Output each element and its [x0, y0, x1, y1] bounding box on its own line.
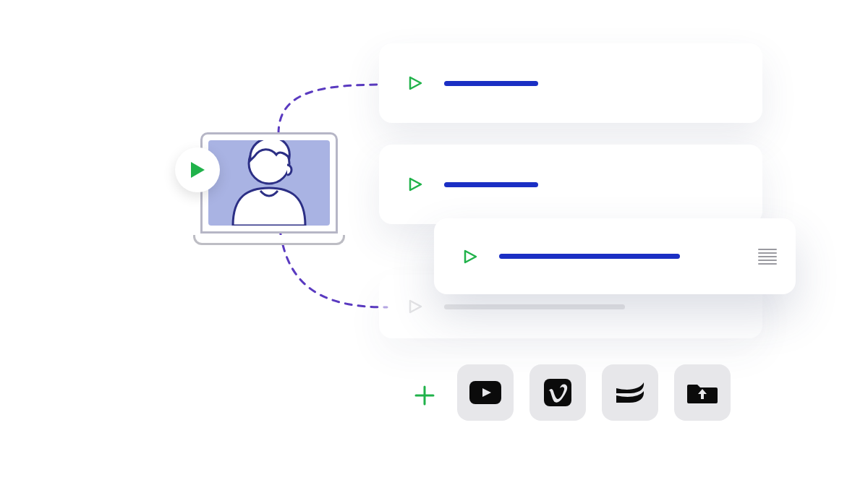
play-icon	[463, 249, 477, 264]
laptop-illustration	[193, 132, 345, 248]
play-icon	[190, 161, 205, 179]
play-icon	[408, 299, 422, 314]
playlist-card-active[interactable]	[434, 218, 796, 294]
source-youtube-button[interactable]	[457, 364, 514, 421]
playlist-card[interactable]	[379, 43, 762, 123]
person-avatar-icon	[218, 140, 320, 226]
add-source-button[interactable]	[412, 383, 437, 408]
drag-handle-icon[interactable]	[758, 247, 777, 267]
play-icon	[408, 76, 422, 90]
play-icon	[408, 177, 422, 192]
playlist-card[interactable]	[379, 145, 762, 224]
vimeo-icon	[544, 379, 571, 406]
upload-folder-icon	[687, 380, 718, 405]
play-badge	[175, 147, 220, 192]
youtube-icon	[469, 381, 501, 404]
card-placeholder-bar	[444, 304, 625, 309]
card-placeholder-bar	[444, 81, 538, 86]
plus-icon	[414, 385, 435, 406]
laptop-display	[208, 140, 330, 226]
laptop-screen	[200, 132, 338, 234]
card-placeholder-bar	[499, 254, 680, 259]
wistia-icon	[615, 381, 645, 404]
source-vimeo-button[interactable]	[529, 364, 586, 421]
laptop-base	[193, 235, 345, 245]
source-row	[457, 364, 731, 421]
source-upload-button[interactable]	[674, 364, 731, 421]
card-placeholder-bar	[444, 182, 538, 187]
source-wistia-button[interactable]	[602, 364, 658, 421]
